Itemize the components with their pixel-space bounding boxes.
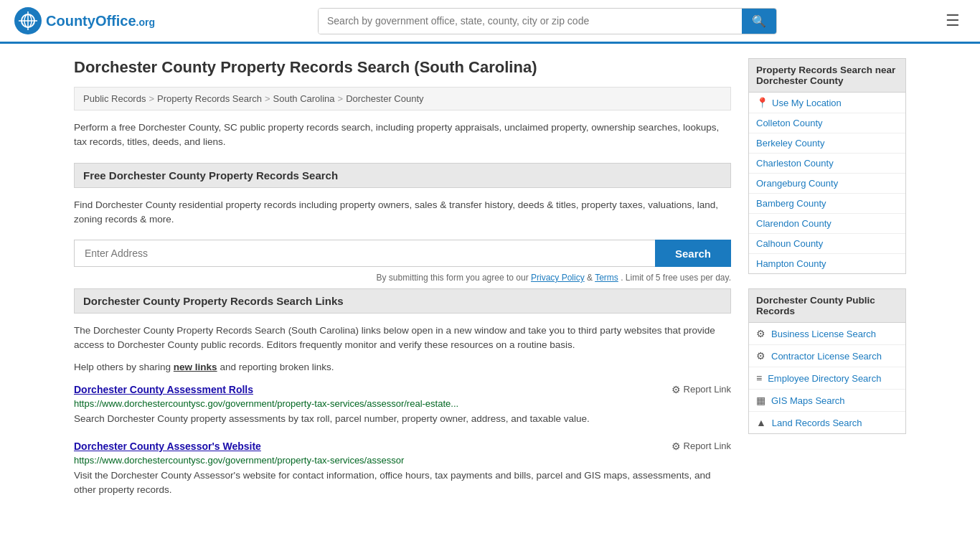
privacy-policy-link[interactable]: Privacy Policy — [531, 273, 585, 283]
header-search-box: 🔍 — [318, 8, 777, 34]
content-area: Dorchester County Property Records Searc… — [74, 58, 731, 512]
intro-description: Perform a free Dorchester County, SC pub… — [74, 121, 731, 150]
record-item-1: Dorchester County Assessor's Website ⚙ R… — [74, 441, 731, 498]
report-icon-1: ⚙ — [672, 441, 681, 452]
use-my-location-item[interactable]: 📍 Use My Location — [749, 93, 905, 113]
public-record-item-4[interactable]: ▲ Land Records Search — [749, 412, 905, 433]
sidebar: Property Records Search near Dorchester … — [748, 58, 906, 512]
record-title-row-1: Dorchester County Assessor's Website ⚙ R… — [74, 441, 731, 452]
nearby-counties-list: 📍 Use My Location Colleton County Berkel… — [748, 93, 906, 274]
public-record-item-1[interactable]: ⚙ Contractor License Search — [749, 345, 905, 367]
breadcrumb-sep-1: > — [149, 93, 154, 104]
breadcrumb: Public Records > Property Records Search… — [74, 87, 731, 110]
report-link-0[interactable]: ⚙ Report Link — [672, 384, 731, 395]
address-search-form: Search By submitting this form you agree… — [74, 240, 731, 283]
search-input-row: Search — [74, 240, 731, 267]
nearby-counties-title: Property Records Search near Dorchester … — [748, 58, 906, 93]
links-description: The Dorchester County Property Records S… — [74, 324, 731, 353]
free-search-description: Find Dorchester County residential prope… — [74, 198, 731, 227]
record-desc-1: Visit the Dorchester County Assessor's w… — [74, 468, 731, 498]
public-records-section: Dorchester County Public Records ⚙ Busin… — [748, 288, 906, 434]
header-search-input[interactable] — [319, 9, 742, 34]
report-icon-0: ⚙ — [672, 384, 681, 395]
business-license-icon: ⚙ — [756, 328, 765, 339]
record-item-0: Dorchester County Assessment Rolls ⚙ Rep… — [74, 384, 731, 426]
record-url-1: https://www.dorchestercountysc.gov/gover… — [74, 455, 731, 466]
share-line: Help others by sharing new links and rep… — [74, 362, 731, 372]
breadcrumb-public-records[interactable]: Public Records — [83, 93, 146, 104]
record-title-link-1[interactable]: Dorchester County Assessor's Website — [74, 441, 261, 452]
location-icon: 📍 — [756, 97, 768, 108]
report-link-1[interactable]: ⚙ Report Link — [672, 441, 731, 452]
public-record-item-2[interactable]: ≡ Employee Directory Search — [749, 367, 905, 390]
breadcrumb-south-carolina[interactable]: South Carolina — [273, 93, 335, 104]
land-records-icon: ▲ — [756, 417, 766, 428]
header-search-button[interactable]: 🔍 — [742, 9, 776, 34]
breadcrumb-sep-3: > — [338, 93, 344, 104]
contractor-license-icon: ⚙ — [756, 350, 765, 362]
record-desc-0: Search Dorchester County property assess… — [74, 412, 731, 426]
hamburger-menu-button[interactable]: ☰ — [940, 9, 966, 33]
sidebar-item-berkeley[interactable]: Berkeley County — [749, 133, 905, 154]
sidebar-item-orangeburg[interactable]: Orangeburg County — [749, 174, 905, 194]
breadcrumb-current: Dorchester County — [346, 93, 423, 104]
header-search-area: 🔍 — [318, 8, 777, 34]
sidebar-item-colleton[interactable]: Colleton County — [749, 113, 905, 133]
search-icon: 🔍 — [752, 15, 766, 27]
logo[interactable]: CountyOffice.org — [14, 7, 155, 34]
form-disclaimer: By submitting this form you agree to our… — [74, 273, 731, 283]
address-input[interactable] — [74, 240, 655, 267]
sidebar-item-clarendon[interactable]: Clarendon County — [749, 214, 905, 234]
nearby-counties-section: Property Records Search near Dorchester … — [748, 58, 906, 274]
public-record-item-0[interactable]: ⚙ Business License Search — [749, 323, 905, 345]
breadcrumb-property-records-search[interactable]: Property Records Search — [157, 93, 262, 104]
sidebar-item-hampton[interactable]: Hampton County — [749, 254, 905, 273]
public-records-title: Dorchester County Public Records — [748, 288, 906, 323]
sidebar-item-bamberg[interactable]: Bamberg County — [749, 194, 905, 214]
record-title-row-0: Dorchester County Assessment Rolls ⚙ Rep… — [74, 384, 731, 395]
public-record-item-3[interactable]: ▦ GIS Maps Search — [749, 390, 905, 412]
logo-icon — [14, 7, 42, 34]
site-header: CountyOffice.org 🔍 ☰ — [0, 0, 980, 44]
page-title: Dorchester County Property Records Searc… — [74, 58, 731, 77]
links-section-header: Dorchester County Property Records Searc… — [74, 288, 731, 314]
gis-maps-icon: ▦ — [756, 395, 765, 406]
main-container: Dorchester County Property Records Searc… — [60, 44, 920, 526]
employee-directory-icon: ≡ — [756, 372, 762, 384]
sidebar-item-charleston[interactable]: Charleston County — [749, 154, 905, 174]
terms-link[interactable]: Terms — [595, 273, 618, 283]
hamburger-icon: ☰ — [946, 11, 960, 29]
sidebar-item-calhoun[interactable]: Calhoun County — [749, 234, 905, 254]
breadcrumb-sep-2: > — [265, 93, 270, 104]
free-search-section-header: Free Dorchester County Property Records … — [74, 163, 731, 188]
record-title-link-0[interactable]: Dorchester County Assessment Rolls — [74, 384, 253, 395]
use-my-location-link[interactable]: Use My Location — [772, 98, 842, 108]
new-links-link[interactable]: new links — [174, 362, 217, 372]
search-button[interactable]: Search — [655, 240, 731, 267]
logo-text: CountyOffice.org — [46, 13, 155, 29]
public-records-list: ⚙ Business License Search ⚙ Contractor L… — [748, 323, 906, 434]
record-url-0: https://www.dorchestercountysc.gov/gover… — [74, 398, 731, 409]
